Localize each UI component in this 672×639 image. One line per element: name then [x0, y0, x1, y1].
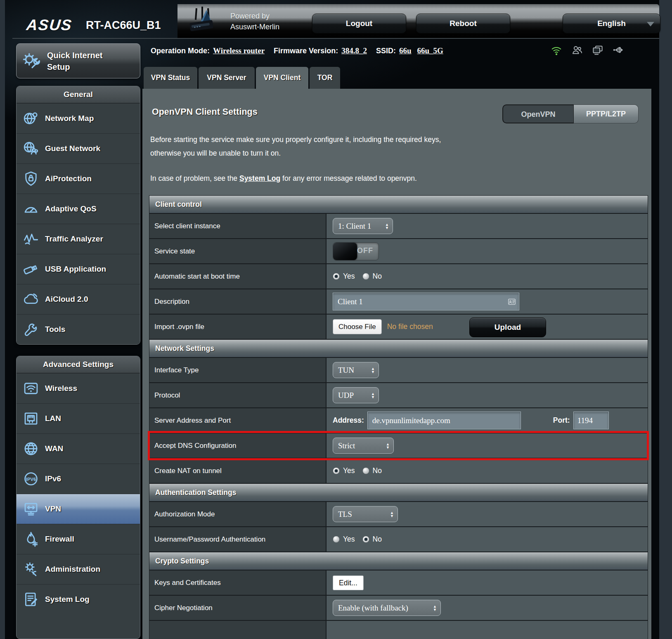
reboot-button[interactable]: Reboot [416, 14, 510, 33]
tab-vpn-client[interactable]: VPN Client [256, 67, 308, 89]
sidebar-item-firewall[interactable]: Firewall [17, 524, 140, 554]
router-product-image [181, 6, 226, 38]
create-nat-on-tunnel-radio-no[interactable] [362, 467, 369, 474]
adaptive-qos-icon [22, 200, 40, 218]
sidebar-item-label: Tools [45, 325, 65, 334]
sidebar-item-wan[interactable]: WAN [17, 433, 140, 464]
operation-mode-link[interactable]: Wireless router [213, 46, 265, 55]
clients-status-icon[interactable] [592, 44, 604, 56]
interface-type-select[interactable]: TUN▲▼ [333, 362, 379, 378]
username-password-authentication-radio-no[interactable] [362, 536, 369, 543]
top-banner: ASUS RT-AC66U_B1 Powered by Asuswrt-Merl… [12, 4, 659, 38]
aiprotection-icon [22, 170, 40, 187]
server-port-input[interactable]: 1194 [573, 412, 609, 429]
row-label: Protocol [149, 383, 327, 407]
quick-internet-setup-button[interactable]: Quick Internet Setup [16, 43, 140, 78]
server-address-input[interactable]: de.vpnunlimitedapp.com [367, 412, 521, 429]
language-dropdown[interactable]: English [563, 14, 660, 33]
sidebar-item-vpn[interactable]: VPN [17, 494, 140, 524]
sidebar-item-ipv6[interactable]: IPV6IPv6 [17, 464, 140, 494]
sidebar-item-usb-application[interactable]: USB Application [17, 254, 140, 284]
row-username-password-authentication: Username/Password AuthenticationYesNo [149, 527, 648, 552]
sidebar-item-label: Traffic Analyzer [45, 234, 103, 244]
sidebar-item-label: Guest Network [45, 144, 100, 153]
radio-option-label: Yes [343, 535, 355, 544]
upload-button[interactable]: Upload [469, 317, 546, 337]
cipher-negotiation-select[interactable]: Enable (with fallback)▲▼ [333, 600, 441, 616]
logout-button[interactable]: Logout [312, 14, 406, 33]
sidebar-item-guest-network[interactable]: Guest Network [17, 133, 140, 163]
keys-and-certificates-edit-button[interactable]: Edit... [333, 575, 364, 590]
tab-vpn-server[interactable]: VPN Server [199, 67, 255, 89]
sidebar-item-administration[interactable]: Administration [17, 554, 140, 584]
sidebar-item-adaptive-qos[interactable]: Adaptive QoS [17, 194, 140, 224]
row-authorization-mode: Authorization ModeTLS▲▼ [149, 502, 648, 527]
usb-status-icon[interactable] [612, 44, 625, 56]
radio-option-label: No [373, 272, 382, 281]
usb-application-icon [22, 260, 40, 278]
description-input-value: Client 1 [338, 297, 363, 306]
status-row: Operation Mode:Wireless routerFirmware V… [151, 43, 654, 61]
row-control-cell: 1: Client 1▲▼ [327, 214, 648, 238]
guest-network-status-icon[interactable] [571, 44, 583, 56]
row-label: Create NAT on tunnel [149, 459, 327, 483]
sidebar-item-traffic-analyzer[interactable]: Traffic Analyzer [17, 224, 140, 254]
sidebar-item-tools[interactable]: Tools [17, 314, 140, 344]
cipher-negotiation-select-value: Enable (with fallback) [338, 604, 408, 613]
create-nat-on-tunnel-radio-yes[interactable] [333, 467, 340, 474]
sidebar-item-network-map[interactable]: Network Map [17, 103, 140, 133]
row-import-ovpn-file: Import .ovpn fileChoose FileNo file chos… [149, 315, 648, 340]
row-label: Accept DNS Configuration [149, 433, 327, 458]
tools-icon [22, 321, 40, 338]
pptp-l2tp-mode-button[interactable]: PPTP/L2TP [574, 104, 639, 123]
tab-tor[interactable]: TOR [310, 67, 340, 89]
system-log-link[interactable]: System Log [239, 174, 280, 182]
row-accept-dns-configuration: Accept DNS ConfigurationStrict▲▼ [149, 433, 648, 459]
service-state-toggle[interactable]: OFF [333, 242, 379, 260]
choose-file-button[interactable]: Choose File [333, 319, 382, 334]
toggle-knob [333, 243, 357, 260]
automatic-start-at-boot-time-radio-yes[interactable] [333, 273, 340, 280]
row-service-state: Service stateOFF [149, 239, 648, 264]
operation-mode-line: Operation Mode:Wireless routerFirmware V… [151, 46, 452, 55]
guest-network-icon [22, 140, 40, 157]
sidebar-item-label: Adaptive QoS [45, 204, 97, 213]
sidebar-item-aicloud-2-0[interactable]: AiCloud 2.0 [17, 284, 140, 314]
openvpn-mode-button[interactable]: OpenVPN [502, 104, 574, 123]
username-password-authentication-radio-yes[interactable] [333, 536, 340, 543]
administration-icon [22, 561, 40, 578]
protocol-select[interactable]: UDP▲▼ [333, 387, 379, 403]
row-control-cell: Address:de.vpnunlimitedapp.comPort:1194 [327, 408, 648, 433]
sidebar-item-lan[interactable]: LAN [17, 403, 140, 433]
page-title: OpenVPN Client Settings [152, 107, 258, 117]
select-arrows-icon: ▲▼ [430, 605, 437, 611]
select-client-instance-select[interactable]: 1: Client 1▲▼ [333, 218, 393, 234]
select-arrows-icon: ▲▼ [387, 511, 394, 518]
sidebar-group-title: Advanced Settings [17, 356, 140, 373]
wifi-status-icon[interactable] [550, 44, 563, 56]
sidebar-item-wireless[interactable]: Wireless [17, 373, 140, 403]
authorization-mode-select[interactable]: TLS▲▼ [333, 506, 398, 522]
radio-option-label: No [373, 535, 382, 544]
row-description: DescriptionClient 1 [149, 289, 648, 315]
tab-vpn-status[interactable]: VPN Status [144, 67, 197, 89]
row-server-address-and-port: Server Address and PortAddress:de.vpnunl… [149, 408, 648, 433]
ssid-link-5g[interactable]: 66u_5G [417, 46, 443, 55]
description-input[interactable]: Client 1 [333, 293, 519, 310]
address-label: Address: [333, 416, 364, 425]
section-header-authentication-settings: Authentication Settings [149, 484, 648, 502]
aicloud-icon [22, 291, 40, 308]
row-automatic-start-at-boot-time: Automatic start at boot timeYesNo [149, 264, 648, 289]
automatic-start-at-boot-time-radio-no[interactable] [362, 273, 369, 280]
row-label: Interface Type [149, 358, 327, 382]
sidebar-item-aiprotection[interactable]: AiProtection [17, 163, 140, 194]
sidebar-item-label: IPv6 [45, 474, 61, 483]
sidebar-item-system-log[interactable]: System Log [17, 584, 140, 614]
operation-mode-label: Operation Mode: [151, 47, 210, 55]
firmware-version-link[interactable]: 384.8_2 [341, 46, 367, 55]
ssid-link-24g[interactable]: 66u [399, 46, 412, 55]
row-label: Cipher Negotiation [149, 596, 327, 620]
router-model: RT-AC66U_B1 [86, 19, 161, 32]
lan-icon [22, 410, 40, 427]
accept-dns-configuration-select[interactable]: Strict▲▼ [333, 438, 394, 454]
